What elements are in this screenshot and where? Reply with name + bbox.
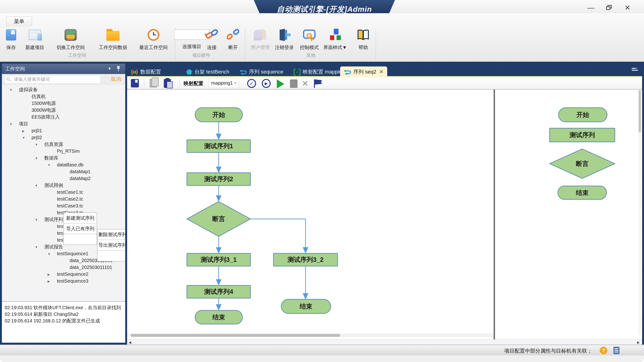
tree-item[interactable]: ▼项目 [2, 120, 125, 127]
switch-workspace-button[interactable]: 切换工作空间 [51, 27, 90, 51]
tree-item[interactable]: ▶testSequence2 [2, 271, 125, 278]
close-button[interactable]: ✕ [620, 4, 634, 11]
tree-item[interactable]: testCase2.tc [2, 196, 125, 203]
title-bar: 自动测试引擎-[开发]Admin Auto Test Engine — ✕ [0, 0, 644, 13]
chevron-right-icon[interactable]: ▶ [22, 127, 24, 134]
search-cancel-link[interactable]: 取消 [111, 76, 121, 82]
canvas-hscrollbar[interactable] [127, 333, 494, 337]
help-button[interactable]: 帮助 [354, 27, 372, 51]
menu-item[interactable] [64, 234, 97, 245]
ribbon-tab-menu[interactable]: 菜单 [6, 17, 32, 26]
minimize-button[interactable]: — [584, 4, 598, 11]
chevron-down-icon[interactable]: ▼ [35, 244, 38, 251]
clear-button[interactable]: ✕ [302, 79, 308, 88]
control-mode-button[interactable]: 控制模式 [296, 27, 322, 51]
scroll-right-icon[interactable]: ▶ [637, 340, 640, 344]
menu-item[interactable]: 导入已有序列 [64, 223, 97, 234]
tree-item[interactable]: Prj_RTSim [2, 148, 125, 155]
chevron-down-icon[interactable]: ▼ [10, 86, 12, 93]
mapping-combo[interactable]: mapping1 ▼ [208, 78, 239, 88]
scroll-left-icon[interactable]: ◀ [128, 340, 131, 344]
main-hscrollbar[interactable]: ◀ ▶ [127, 339, 642, 344]
stop-button[interactable] [290, 79, 298, 88]
ribbon-separator [245, 28, 245, 60]
tree-item[interactable]: 仿真机 [2, 93, 125, 100]
chevron-down-icon[interactable]: ▼ [35, 216, 38, 223]
shape-palette-panel[interactable]: 开始测试序列断言结束 [495, 90, 642, 339]
flow-canvas[interactable]: 开始测试序列1测试序列2断言测试序列3_1测试序列4结束测试序列3_2结束 [127, 90, 494, 339]
tree-item-label: testCase2.tc [57, 196, 83, 203]
tree-item-label: testSequence3 [57, 278, 88, 284]
tree-item[interactable]: ▶testSequence3 [2, 278, 125, 284]
tab-close-icon[interactable]: ✕ [379, 69, 384, 75]
chevron-right-icon[interactable]: ▶ [48, 278, 50, 285]
document-icon[interactable] [614, 347, 620, 354]
palette-vscrollbar[interactable] [638, 90, 641, 335]
chevron-down-icon[interactable]: ▼ [48, 251, 50, 257]
chevron-down-icon[interactable]: ▼ [22, 134, 25, 141]
chevron-down-icon[interactable]: ▼ [108, 64, 112, 74]
tree-item[interactable]: ▼仿真资源 [2, 141, 125, 148]
save-icon [6, 29, 16, 41]
workspace-panel: 工作空间 ▼ 请输入搜索关键词 取消 ▼虚拟设备仿真机1500W电源3000W电… [2, 64, 125, 343]
menu-item[interactable]: 新建测试序列 [64, 213, 97, 223]
link-icon [206, 29, 218, 41]
chevron-down-icon[interactable]: ▼ [35, 182, 38, 189]
log-panel[interactable]: 02:19:03.931 软件模块UFT.Client.exe，在当前目录找到0… [2, 301, 125, 343]
tree-item-label: 仿真资源 [44, 141, 63, 148]
tab-testbench[interactable]: 台架 testBench [186, 66, 229, 77]
chevron-down-icon[interactable]: ▼ [35, 155, 38, 162]
menu-item[interactable]: 删除测试序列 [98, 229, 125, 240]
step-run-button[interactable]: ▶ [262, 79, 271, 88]
validate-button[interactable]: ✓ [247, 79, 256, 88]
tree-item[interactable]: ▼prj02 [2, 134, 125, 141]
menu-item[interactable]: 导出测试序列 [98, 240, 125, 251]
flow-node-label: 测试序列4 [204, 288, 233, 295]
scroll-thumb[interactable] [638, 90, 641, 132]
scroll-thumb[interactable] [131, 334, 340, 337]
run-button[interactable] [277, 79, 284, 88]
tree-item[interactable]: ▼虚拟设备 [2, 86, 125, 93]
tree-item[interactable]: 1500W电源 [2, 100, 125, 107]
logout-button[interactable]: 注销登录 [272, 27, 297, 51]
tree-item[interactable]: EES故障注入 [2, 114, 125, 120]
search-bar: 请输入搜索关键词 取消 [2, 74, 125, 85]
tree-item[interactable]: testCase1.tc [2, 189, 125, 196]
tree-item[interactable]: ▶prj01 [2, 127, 125, 134]
chevron-down-icon[interactable]: ▼ [35, 141, 38, 148]
tab-sequence[interactable]: 序列 sequence [240, 66, 284, 77]
connect-button[interactable]: 连接 [204, 27, 219, 51]
tab-data-config[interactable]: 数据配置 [130, 66, 161, 77]
search-input[interactable]: 请输入搜索关键词 [4, 75, 101, 84]
tree-item[interactable]: dataMap2 [2, 175, 125, 182]
restore-button[interactable] [602, 4, 616, 11]
save-sequence-button[interactable] [131, 79, 139, 87]
disconnect-button[interactable]: 断开 [226, 27, 240, 51]
tree-item[interactable]: 3000W电源 [2, 107, 125, 114]
pin-icon[interactable] [117, 66, 120, 72]
new-project-icon [29, 30, 41, 40]
tree-item[interactable]: ▼测试用例 [2, 182, 125, 189]
sequence-diagram: 开始测试序列1测试序列2断言测试序列3_1测试序列4结束测试序列3_2结束 [127, 90, 494, 332]
tab-seq2-active[interactable]: 序列 seq2✕ [340, 66, 387, 77]
paste-button[interactable] [164, 79, 171, 88]
ui-style-button[interactable]: 界面样式▼ [320, 27, 350, 51]
tab-mapping-config[interactable]: 映射配置 mapping1 [293, 66, 348, 77]
workspace-panel-header[interactable]: 工作空间 ▼ [2, 64, 125, 74]
flag-button[interactable] [313, 79, 322, 88]
chevron-down-icon[interactable]: ▼ [48, 162, 50, 168]
tree-item[interactable]: ▼数据库 [2, 155, 125, 161]
tab-overflow-icon[interactable] [632, 68, 638, 73]
copy-button[interactable] [150, 79, 157, 87]
workspace-data-button[interactable]: 工作空间数据 [94, 27, 132, 51]
tree-item[interactable]: testCase3.tc [2, 203, 125, 209]
save-button[interactable]: 保存 [3, 27, 19, 51]
help-circle-icon[interactable]: ? [600, 347, 607, 354]
menu-item[interactable] [98, 251, 125, 261]
new-project-button[interactable]: 新建项目 [22, 27, 48, 51]
tree-item[interactable]: data_202503011101 [2, 264, 125, 271]
tree-item[interactable]: dataMap1 [2, 168, 125, 175]
chevron-right-icon[interactable]: ▶ [48, 271, 50, 278]
tree-item[interactable]: ▼dataBase.db [2, 161, 125, 168]
chevron-down-icon[interactable]: ▼ [10, 121, 12, 127]
